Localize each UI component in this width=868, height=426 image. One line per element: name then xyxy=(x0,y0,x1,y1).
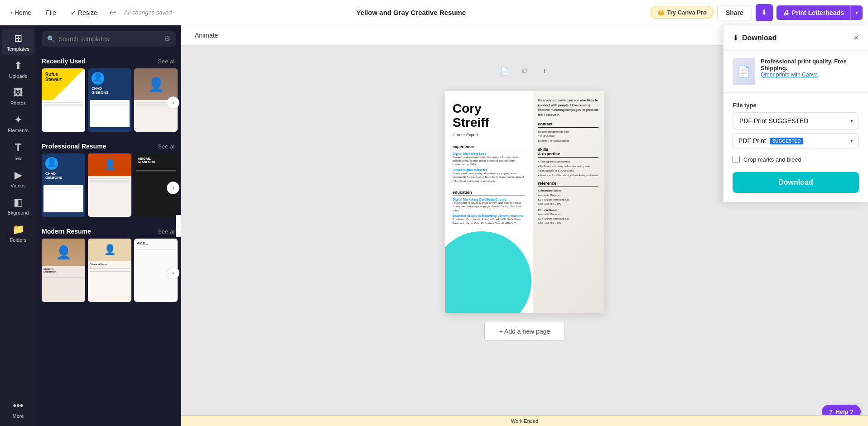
resume-edu-title-1: Digital Marketing Certificate Course xyxy=(453,198,526,201)
modern-template-2[interactable]: 👤 Olivia Wilson xyxy=(88,239,131,302)
resume-reference-head: reference xyxy=(538,181,599,187)
templates-icon: ⊞ xyxy=(14,33,22,44)
selected-file-type: PDF Print xyxy=(738,137,766,144)
recently-used-grid: RufusStewart 👤 CHADGIBBONS xyxy=(36,68,181,137)
add-icon[interactable]: + xyxy=(537,64,552,78)
sidebar-item-photos[interactable]: 🖼 Photos xyxy=(2,83,34,110)
resume-job-text-2: Contributed ideas for digital marketing … xyxy=(453,172,526,183)
help-icon: ? xyxy=(829,408,833,415)
resume-experience-head: experience xyxy=(453,144,526,150)
download-title: Download xyxy=(742,34,850,42)
sidebar-item-elements[interactable]: ✦ Elements xyxy=(2,110,34,137)
template-thumb-2[interactable]: 👤 CHADGIBBONS xyxy=(88,68,131,132)
resume-job-text-1: Created and managed digital campaigns fo… xyxy=(453,155,526,167)
professional-next-arrow[interactable]: › xyxy=(167,182,179,194)
resume-edu-text-1: Final Output received a grade of 98% and… xyxy=(453,201,526,212)
videos-icon: ▶ xyxy=(14,169,22,181)
copy-icon[interactable]: ⧉ xyxy=(517,64,532,78)
modern-resume-title: Modern Resume xyxy=(42,228,91,235)
modern-template-1[interactable]: 👤 MarleneEngelman xyxy=(42,239,85,302)
modern-resume-header: Modern Resume See all xyxy=(36,222,181,239)
sidebar: ⊞ Templates ⬆ Uploads 🖼 Photos ✦ Element… xyxy=(0,25,36,426)
modern-resume-see-all[interactable]: See all xyxy=(158,228,176,235)
sidebar-item-more[interactable]: ••• More xyxy=(2,396,34,422)
sidebar-item-uploads[interactable]: ⬆ Uploads xyxy=(2,56,34,82)
sidebar-item-background[interactable]: ◧ Bkground xyxy=(2,193,34,219)
filter-icon[interactable]: ⚙ xyxy=(164,34,170,43)
promo-title: Professional print quality. Free Shippin… xyxy=(761,58,859,72)
modern-resume-grid: 👤 MarleneEngelman 👤 Olivia Wilson AME... xyxy=(36,239,181,307)
share-button[interactable]: Share xyxy=(717,5,752,20)
print-dropdown-button[interactable]: ▾ xyxy=(850,5,863,20)
download-promo: 📄 Professional print quality. Free Shipp… xyxy=(723,51,868,93)
resume-name: CoryStreiff xyxy=(453,102,526,130)
resize-button[interactable]: ⤢ Resize xyxy=(65,6,103,19)
saved-status: All changes saved xyxy=(124,9,172,16)
promo-link[interactable]: Order prints with Canva xyxy=(761,72,859,78)
file-button[interactable]: File xyxy=(40,6,62,19)
crop-marks-checkbox[interactable] xyxy=(733,156,740,163)
download-close-button[interactable]: × xyxy=(854,33,859,43)
download-panel-header: ⬇ Download × xyxy=(723,25,868,51)
uploads-icon: ⬆ xyxy=(14,60,22,72)
more-icon: ••• xyxy=(13,400,23,412)
professional-resume-grid: 👤 CHADGIBBONS 👤 ABIGAILSTANFORD xyxy=(36,153,181,222)
download-button[interactable]: Download xyxy=(733,172,859,193)
elements-icon: ✦ xyxy=(14,114,22,126)
recently-used-next-arrow[interactable]: › xyxy=(167,96,179,109)
crop-marks-row: Crop marks and bleed xyxy=(733,156,859,163)
suggested-badge: SUGGESTED xyxy=(770,138,804,144)
resume-card[interactable]: CoryStreiff Career Expert experience Dig… xyxy=(445,91,604,313)
search-icon: 🔍 xyxy=(47,35,55,43)
add-page-button[interactable]: + Add a new page xyxy=(484,322,565,341)
resume-bio: I'm a very extroverted person who likes … xyxy=(538,98,599,117)
resume-education-head: education xyxy=(453,190,526,196)
recently-used-title: Recently Used xyxy=(42,57,85,65)
search-input[interactable] xyxy=(58,35,160,43)
canvas-controls: 📄 ⧉ + xyxy=(497,64,552,78)
file-type-label: File type xyxy=(733,102,859,109)
sidebar-item-text[interactable]: T Text xyxy=(2,138,34,165)
undo-button[interactable]: ↩ xyxy=(106,5,119,20)
print-icon: 🖨 xyxy=(783,9,789,16)
crop-marks-label: Crop marks and bleed xyxy=(743,156,801,163)
professional-resume-title: Professional Resume xyxy=(42,143,106,150)
canvas-content: 📄 ⧉ + CoryStreiff Career Expert experie xyxy=(445,64,604,341)
download-header-icon: ⬇ xyxy=(733,34,738,42)
prof-template-2[interactable]: 👤 xyxy=(88,153,131,217)
file-type-select-wrapper: PDF Print SUGGESTED PDF Standard PNG JPG… xyxy=(733,112,859,129)
folders-icon: 📁 xyxy=(12,224,24,235)
download-icon-button[interactable]: ⬇ xyxy=(756,4,773,21)
resume-ref-text-2: Chris Williams Accounts Manager, KVB Dig… xyxy=(538,208,599,225)
print-group: 🖨 Print Letterheads ▾ xyxy=(776,5,863,20)
resume-contact-head: contact xyxy=(538,122,599,128)
prof-template-1[interactable]: 👤 CHADGIBBONS xyxy=(42,153,85,217)
home-button[interactable]: ‹ Home xyxy=(5,6,37,19)
resume-edu-text-2: Graduated Cum Laude. Editor in Chief, NC… xyxy=(453,217,526,225)
file-type-select[interactable]: PDF Print SUGGESTED PDF Standard PNG JPG… xyxy=(733,113,858,129)
sidebar-item-folders[interactable]: 📁 Folders xyxy=(2,220,34,246)
try-canva-pro-button[interactable]: 👑 Try Canva Pro xyxy=(651,6,714,19)
home-chevron-icon: ‹ xyxy=(11,10,13,16)
resize-icon: ⤢ xyxy=(71,9,76,16)
collapse-panel-button[interactable]: ‹ xyxy=(176,215,181,237)
recently-used-see-all[interactable]: See all xyxy=(158,58,176,65)
sidebar-item-templates[interactable]: ⊞ Templates xyxy=(2,29,34,55)
crown-icon: 👑 xyxy=(657,9,665,16)
resume-right-content: I'm a very extroverted person who likes … xyxy=(538,98,599,225)
sidebar-item-videos[interactable]: ▶ Videos xyxy=(2,166,34,192)
resume-ref-text-1: Clementine Smith Accounts Manager, KVB D… xyxy=(538,189,599,206)
panel-search-area: 🔍 ⚙ xyxy=(36,25,181,52)
animate-button[interactable]: Animate xyxy=(188,29,224,42)
photos-icon: 🖼 xyxy=(13,87,23,99)
print-letterheads-button[interactable]: 🖨 Print Letterheads xyxy=(776,5,850,20)
promo-icon: 📄 xyxy=(733,58,755,85)
professional-resume-see-all[interactable]: See all xyxy=(158,143,176,150)
promo-text: Professional print quality. Free Shippin… xyxy=(761,58,859,78)
resume-job-title-1: Digital Marketing Lead xyxy=(453,152,526,155)
resume-education-section: education Digital Marketing Certificate … xyxy=(453,190,526,225)
template-thumb-1[interactable]: RufusStewart xyxy=(42,68,85,132)
modern-next-arrow[interactable]: › xyxy=(167,267,179,279)
notes-icon[interactable]: 📄 xyxy=(497,64,512,78)
text-icon: T xyxy=(15,141,22,154)
